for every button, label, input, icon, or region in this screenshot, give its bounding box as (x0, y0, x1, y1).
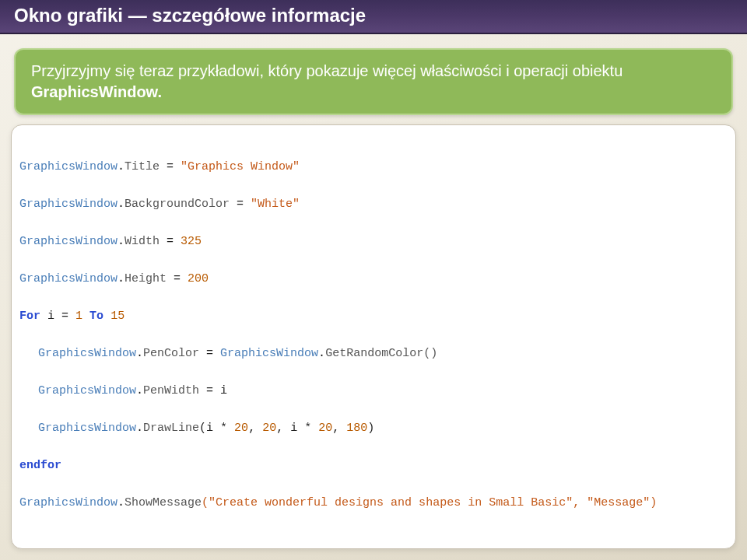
slide-header: Okno grafiki — szczegółowe informacje (0, 0, 747, 34)
slide-title: Okno grafiki — szczegółowe informacje (14, 5, 733, 26)
code-string: "Graphics Window" (181, 160, 300, 173)
code-member: Title (124, 160, 160, 173)
intro-text: Przyjrzyjmy się teraz przykładowi, który… (31, 62, 622, 79)
code-keyword: For (19, 310, 40, 323)
intro-callout: Przyjrzyjmy się teraz przykładowi, który… (14, 48, 733, 115)
code-sample: GraphicsWindow.Title = "Graphics Window"… (11, 124, 736, 549)
code-obj: GraphicsWindow (19, 160, 117, 173)
code-number: 325 (181, 235, 202, 248)
intro-bold: GraphicsWindow. (31, 83, 162, 100)
